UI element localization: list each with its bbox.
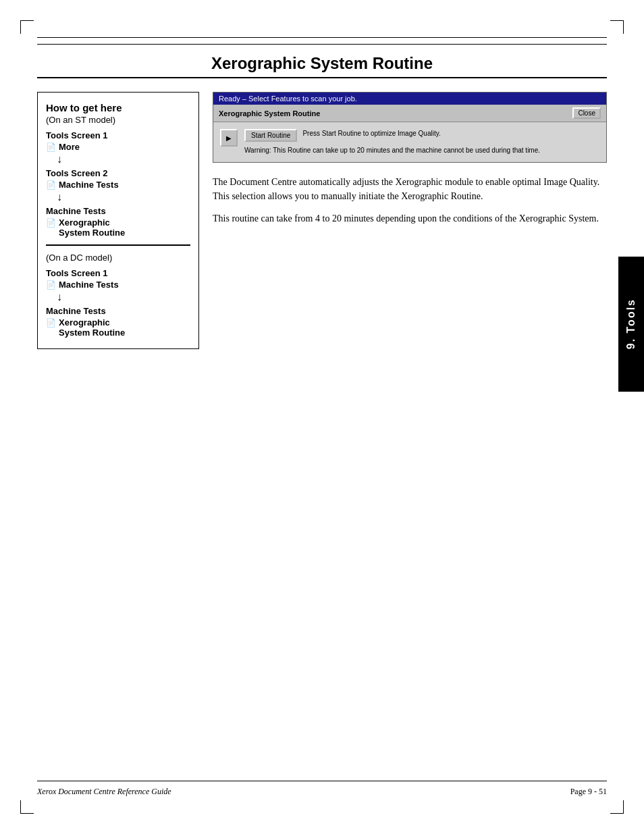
footer-left-text: Xerox Document Centre Reference Guide <box>37 787 171 797</box>
corner-mark-bl <box>20 800 34 814</box>
page-title: Xerographic System Routine <box>37 54 607 78</box>
body-para-1: The Document Centre automatically adjust… <box>213 175 607 203</box>
header-rule-bottom <box>37 44 607 45</box>
nav-tools-screen-1-st: Tools Screen 1 <box>46 130 190 140</box>
nav-arrow-3: ↓ <box>57 291 190 303</box>
main-content: Xerographic System Routine How to get he… <box>37 54 607 766</box>
nav-tools-screen-2: Tools Screen 2 <box>46 168 190 178</box>
nav-arrow-1: ↓ <box>57 153 190 165</box>
screen-description: Press Start Routine to optimize Image Qu… <box>302 129 440 138</box>
chapter-tab-label: 9. Tools <box>625 298 637 349</box>
screen-start-button[interactable]: Start Routine <box>244 129 297 142</box>
screen-routine-section: Start Routine Press Start Routine to opt… <box>244 129 540 142</box>
screen-close-button[interactable]: Close <box>572 107 601 119</box>
nav-icon-xero-st: 📄 <box>46 218 56 228</box>
nav-machine-tests-dc: 📄 Machine Tests <box>46 280 190 290</box>
screen-play-button[interactable]: ▶ <box>220 129 238 147</box>
nav-xero-routine-st-label: XerographicSystem Routine <box>59 217 125 238</box>
nav-icon-machine-tests-st: 📄 <box>46 180 56 190</box>
nav-icon-more: 📄 <box>46 142 56 152</box>
nav-xero-routine-st: 📄 XerographicSystem Routine <box>46 217 190 238</box>
screen-toolbar-label: Xerographic System Routine <box>219 109 320 118</box>
chapter-tab: 9. Tools <box>618 257 644 392</box>
nav-more-label: More <box>59 142 80 152</box>
body-text: The Document Centre automatically adjust… <box>213 175 607 226</box>
corner-mark-tr <box>610 20 624 34</box>
screen-header-bar: Ready – Select Features to scan your job… <box>213 93 606 105</box>
nav-xero-routine-dc-label: XerographicSystem Routine <box>59 317 125 338</box>
corner-mark-tl <box>20 20 34 34</box>
screen-mockup: Ready – Select Features to scan your job… <box>213 92 607 163</box>
nav-arrow-2: ↓ <box>57 191 190 203</box>
nav-dc-subtitle: (On a DC model) <box>46 253 190 263</box>
nav-icon-xero-dc: 📄 <box>46 318 56 328</box>
screen-routine-content: Start Routine Press Start Routine to opt… <box>244 129 540 155</box>
nav-more: 📄 More <box>46 142 190 152</box>
nav-machine-tests-heading: Machine Tests <box>46 206 190 216</box>
screen-body: ▶ Start Routine Press Start Routine to o… <box>213 122 606 162</box>
screen-warning: Warning: This Routine can take up to 20 … <box>244 146 540 155</box>
body-para-2: This routine can take from 4 to 20 minut… <box>213 211 607 226</box>
screen-toolbar: Xerographic System Routine Close <box>213 105 606 122</box>
nav-machine-tests-st-label: Machine Tests <box>59 180 119 190</box>
header-rule-top <box>37 37 607 38</box>
right-column: Ready – Select Features to scan your job… <box>213 92 607 349</box>
nav-icon-machine-tests-dc: 📄 <box>46 280 56 290</box>
footer-right-text: Page 9 - 51 <box>570 787 607 797</box>
page-footer: Xerox Document Centre Reference Guide Pa… <box>37 781 607 797</box>
nav-machine-tests-dc-label: Machine Tests <box>59 280 119 290</box>
nav-tools-screen-1-dc: Tools Screen 1 <box>46 268 190 278</box>
navigation-box: How to get here (On an ST model) Tools S… <box>37 92 199 349</box>
nav-xero-routine-dc: 📄 XerographicSystem Routine <box>46 317 190 338</box>
nav-machine-tests-st: 📄 Machine Tests <box>46 180 190 190</box>
nav-machine-tests-heading-dc: Machine Tests <box>46 306 190 316</box>
two-column-layout: How to get here (On an ST model) Tools S… <box>37 92 607 349</box>
nav-how-to-get-here: How to get here <box>46 102 190 113</box>
nav-st-subtitle: (On an ST model) <box>46 115 190 125</box>
nav-divider <box>46 244 190 246</box>
corner-mark-br <box>610 800 624 814</box>
